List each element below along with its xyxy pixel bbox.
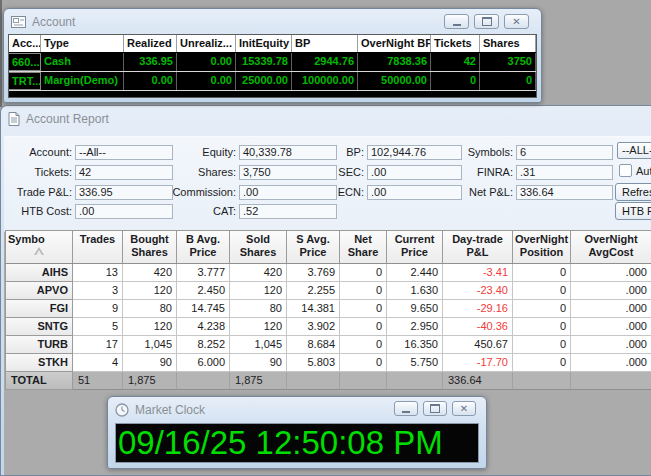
account-field-label: Account: xyxy=(4,146,72,158)
positions-column-header[interactable]: OverNight Position xyxy=(513,230,571,263)
sort-ascending-icon xyxy=(34,247,44,255)
shares-field-label: Shares: xyxy=(124,166,236,178)
ecn-field-label: ECN: xyxy=(304,186,364,198)
position-row[interactable]: TURB 17 1,045 8.252 1,045 8.684 0 16.350… xyxy=(5,336,651,354)
account-id-cell: TRT... xyxy=(9,72,41,90)
positions-column-header[interactable]: Symbo xyxy=(5,230,73,263)
account-table: Acc... Type Realized Unrealiz... InitEqu… xyxy=(8,34,537,98)
symbols-field[interactable]: 6 xyxy=(516,145,613,160)
symbols-field-label: Symbols: xyxy=(442,146,513,158)
total-row: TOTAL 51 1,875 1,875 336.64 xyxy=(5,372,651,390)
day-trade-pnl-cell: -40.36 xyxy=(443,318,513,336)
account-row[interactable]: TRT... Margin(Demo) 0.00 0.00 25000.00 1… xyxy=(9,72,536,91)
symbol-cell[interactable]: TURB xyxy=(5,336,73,354)
finra-field[interactable]: .31 xyxy=(516,165,613,180)
close-button[interactable]: ✕ xyxy=(452,401,476,416)
positions-table-header-row: Symbo Trades Bought Shares xyxy=(5,230,651,264)
positions-column-header[interactable]: Day-trade P&L xyxy=(443,230,513,263)
tickets-field-label: Tickets: xyxy=(4,166,72,178)
day-trade-pnl-cell: -3.41 xyxy=(443,264,513,282)
day-trade-pnl-cell: -23.40 xyxy=(443,282,513,300)
position-row[interactable]: APVO 3 120 2.450 120 2.255 0 1.630 -23.4… xyxy=(5,282,651,300)
auto-checkbox-row: Autom xyxy=(619,164,651,177)
cat-field[interactable]: .52 xyxy=(239,204,337,219)
account-title: Account xyxy=(32,15,75,29)
symbol-cell[interactable]: AIHS xyxy=(5,264,73,282)
symbol-filter-dropdown[interactable]: --ALL-- xyxy=(617,142,651,159)
close-icon: ✕ xyxy=(460,404,468,414)
positions-column-header[interactable]: OverNight AvgCost xyxy=(571,230,651,263)
total-pnl-cell: 336.64 xyxy=(443,372,513,390)
maximize-button[interactable] xyxy=(423,401,447,416)
account-column-header[interactable]: Unrealiz... xyxy=(177,35,236,52)
auto-checkbox[interactable] xyxy=(619,164,632,177)
close-icon: ✕ xyxy=(512,17,520,27)
sec-field-label: SEC: xyxy=(304,166,364,178)
day-trade-pnl-cell: -29.16 xyxy=(443,300,513,318)
day-trade-pnl-cell: -17.70 xyxy=(443,354,513,372)
account-column-header[interactable]: BP xyxy=(292,35,358,52)
account-window: Account ✕ Acc... Type Realized Unrealiz.… xyxy=(3,8,542,103)
htb-cost-field-label: HTB Cost: xyxy=(4,205,72,217)
account-id-cell: 660... xyxy=(9,53,41,71)
net-pnl-field-label: Net P&L: xyxy=(442,186,513,198)
maximize-button[interactable] xyxy=(474,14,499,29)
htb-report-button[interactable]: HTB Re xyxy=(615,202,651,220)
positions-column-header[interactable]: Sold Shares xyxy=(230,230,287,263)
window-frame-edge xyxy=(0,0,2,107)
refresh-button[interactable]: Refresh xyxy=(615,183,651,201)
positions-column-header[interactable]: Bought Shares xyxy=(123,230,177,263)
clock-icon xyxy=(115,403,129,417)
symbol-cell[interactable]: STKH xyxy=(5,354,73,372)
clock-datetime-text: 09/16/25 12:50:08 PM xyxy=(116,424,443,462)
position-row[interactable]: SNTG 5 120 4.238 120 3.902 0 2.950 -40.3… xyxy=(5,318,651,336)
account-form-icon xyxy=(11,16,26,28)
cat-field-label: CAT: xyxy=(124,205,236,217)
position-row[interactable]: AIHS 13 420 3.777 420 3.769 0 2.440 -3.4… xyxy=(5,264,651,282)
position-row[interactable]: FGI 9 80 14.745 80 14.381 0 9.650 -29.16… xyxy=(5,300,651,318)
account-column-header[interactable]: InitEquity xyxy=(236,35,292,52)
positions-column-header[interactable]: Current Price xyxy=(387,230,443,263)
account-titlebar[interactable]: Account ✕ xyxy=(4,9,541,34)
positions-column-header[interactable]: S Avg. Price xyxy=(287,230,340,263)
day-trade-pnl-cell: 450.67 xyxy=(443,336,513,354)
equity-field-label: Equity: xyxy=(124,146,236,158)
positions-column-header[interactable]: Trades xyxy=(73,230,123,263)
symbol-cell[interactable]: SNTG xyxy=(5,318,73,336)
commission-field-label: Commission: xyxy=(124,186,236,198)
maximize-icon xyxy=(482,17,492,26)
account-row[interactable]: 660... Cash 336.95 0.00 15339.78 2944.76… xyxy=(9,53,536,72)
account-column-header[interactable]: OverNight BP xyxy=(358,35,431,52)
positions-column-header[interactable]: Net Share xyxy=(340,230,387,263)
position-row[interactable]: STKH 4 90 6.000 90 5.803 0 5.750 -17.70 … xyxy=(5,354,651,372)
close-button[interactable]: ✕ xyxy=(504,14,529,29)
positions-table: Symbo Trades Bought Shares xyxy=(5,230,651,390)
account-report-titlebar[interactable]: Account Report xyxy=(1,106,651,131)
auto-checkbox-label: Autom xyxy=(636,165,651,177)
account-column-header[interactable]: Shares xyxy=(480,35,536,52)
net-pnl-field[interactable]: 336.64 xyxy=(516,185,613,200)
finra-field-label: FINRA: xyxy=(442,166,513,178)
market-clock-title: Market Clock xyxy=(135,403,205,417)
clock-display: 09/16/25 12:50:08 PM xyxy=(115,423,479,463)
minimize-button[interactable] xyxy=(444,14,469,29)
bp-field-label: BP: xyxy=(304,146,364,158)
market-clock-window: Market Clock ✕ 09/16/25 12:50:08 PM xyxy=(107,396,487,469)
minimize-icon xyxy=(402,411,410,413)
minimize-icon xyxy=(453,24,461,26)
account-report-title: Account Report xyxy=(26,112,109,126)
account-table-header-row: Acc... Type Realized Unrealiz... InitEqu… xyxy=(9,35,536,53)
symbol-cell[interactable]: FGI xyxy=(5,300,73,318)
market-clock-titlebar[interactable]: Market Clock ✕ xyxy=(108,397,486,422)
account-column-header[interactable]: Acc... xyxy=(9,35,41,52)
trade-pnl-field-label: Trade P&L: xyxy=(4,186,72,198)
account-summary-panel: Account:--All-- Equity:40,339.78 BP:102,… xyxy=(4,136,651,232)
account-column-header[interactable]: Realized xyxy=(124,35,177,52)
minimize-button[interactable] xyxy=(394,401,418,416)
account-column-header[interactable]: Tickets xyxy=(431,35,480,52)
account-column-header[interactable]: Type xyxy=(41,35,124,52)
positions-column-header[interactable]: B Avg. Price xyxy=(177,230,230,263)
maximize-icon xyxy=(430,404,440,413)
symbol-cell[interactable]: APVO xyxy=(5,282,73,300)
document-icon xyxy=(8,112,20,126)
